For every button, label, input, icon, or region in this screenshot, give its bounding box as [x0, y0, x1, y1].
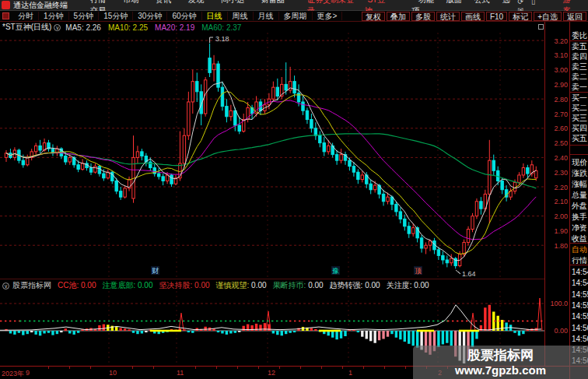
chart-title: *ST豆神(日线) [2, 22, 51, 33]
toolbar-button-标记[interactable]: 标记 [509, 12, 532, 21]
axis-tick [258, 367, 259, 369]
sidebar-row-自动[interactable]: 自动 [572, 244, 588, 255]
menu-item-资讯[interactable]: 资讯 [156, 0, 171, 4]
indicator-field-value: 0.00 [194, 281, 209, 290]
sidebar-row-卖二[interactable]: 卖二 [572, 72, 588, 82]
indicator-field: 关注度: 0.00 [387, 281, 429, 290]
toolbar-button-叠加[interactable]: 叠加 [387, 12, 410, 21]
indicator-field: 果断持币: 0.00 [273, 281, 324, 290]
chart-window-icon[interactable] [538, 24, 544, 30]
indicator-scale-zero: 0.00 [544, 327, 568, 335]
quote-sidebar[interactable]: 委比卖五卖四卖三卖二卖一买一买二买三买四买五现价涨跌涨幅总量外盘换手净资收益自动… [569, 22, 588, 379]
app-title: 通达信金融终端 [13, 0, 68, 11]
period-多周期[interactable]: 多周期 [279, 12, 313, 20]
sidebar-row-净资[interactable]: 净资 [572, 223, 588, 233]
tdx-terminal-window: 通达信金融终端 行情市场资讯发现问小达财富圈交易 证券交易未登录 *ST豆神 功… [0, 0, 588, 379]
toolbar-buttons: 复权叠加多股统计画线F10标记+自选返回 [360, 12, 586, 21]
sidebar-row-换手[interactable]: 换手 [572, 212, 588, 223]
indicator-fields: CC池: 0.00注意底部: 0.00坚决持股: 0.00谨慎观望: 0.00果… [58, 280, 436, 291]
sidebar-row-涨幅[interactable]: 涨幅 [572, 179, 588, 190]
toolbar-button-+自选[interactable]: +自选 [534, 12, 562, 21]
menu-item-行情[interactable]: 行情 [90, 0, 106, 4]
app-logo-icon [2, 1, 10, 9]
svg-text:财: 财 [152, 267, 159, 275]
menu-item-问小达[interactable]: 问小达 [221, 0, 244, 4]
indicator-header: ∨ 股票指标网 CC池: 0.00注意底部: 0.00坚决持股: 0.00谨慎观… [0, 280, 544, 291]
toolbar-button-画线[interactable]: 画线 [461, 12, 485, 21]
period-1分钟[interactable]: 1分钟 [39, 12, 69, 20]
menu-item-市场[interactable]: 市场 [123, 0, 138, 4]
svg-text:3.18: 3.18 [215, 35, 229, 43]
axis-tick [216, 367, 217, 369]
toolbar-button-返回[interactable]: 返回 [563, 12, 586, 21]
price-label: 3.00 [544, 66, 568, 74]
period-60分钟[interactable]: 60分钟 [167, 12, 201, 20]
sidebar-row-买四[interactable]: 买四 [572, 123, 588, 134]
sidebar-time-row: 14:56 [572, 324, 588, 332]
sidebar-row-外盘[interactable]: 外盘 [572, 201, 588, 212]
indicator-scale-high: 100.0 [544, 300, 568, 307]
toolbar-button-统计[interactable]: 统计 [436, 12, 460, 21]
sidebar-row-卖三[interactable]: 卖三 [572, 61, 588, 72]
sidebar-row-委比[interactable]: 委比 [572, 30, 588, 41]
menu-item-财富圈[interactable]: 财富圈 [261, 0, 285, 4]
sidebar-row-买五[interactable]: 买五 [572, 133, 588, 144]
indicator-field-label: 果断持币: [273, 281, 309, 290]
toolbar-button-多股[interactable]: 多股 [411, 12, 435, 21]
sidebar-row-总量[interactable]: 总量 [572, 190, 588, 201]
price-label: 2.40 [544, 154, 568, 162]
price-label: 2.00 [544, 212, 568, 220]
period-items: 分时1分钟5分钟15分钟30分钟60分钟日线周线月线多周期更多> [13, 11, 342, 22]
axis-tick [48, 367, 49, 369]
menu-item-公式[interactable]: 公式 [474, 0, 490, 4]
axis-tick [153, 367, 154, 369]
menu-item-版面[interactable]: 版面 [446, 0, 462, 4]
menu-item-发现[interactable]: 发现 [188, 0, 204, 4]
sidebar-separator [570, 154, 588, 155]
period-30分钟[interactable]: 30分钟 [133, 12, 167, 20]
sidebar-separator [570, 40, 588, 41]
period-日线[interactable]: 日线 [202, 12, 228, 20]
price-label: 2.90 [544, 81, 568, 89]
period-15分钟[interactable]: 15分钟 [99, 12, 133, 20]
period-更多>[interactable]: 更多> [313, 12, 343, 20]
indicator-field: 注意底部: 0.00 [102, 281, 152, 290]
chevron-down-icon[interactable]: ∨ [54, 24, 61, 31]
price-label: 2.20 [544, 184, 568, 191]
ma-values: MA5: 2.26MA10: 2.25MA20: 2.19MA60: 2.37 [65, 23, 248, 32]
period-5分钟[interactable]: 5分钟 [69, 12, 100, 20]
sidebar-row-买二[interactable]: 买二 [572, 103, 588, 114]
sidebar-time-row: 14:54 [572, 279, 588, 287]
price-label: 3.20 [544, 37, 568, 45]
ma-value: MA5: 2.26 [65, 23, 101, 32]
candlestick-chart[interactable]: 3.181.64财豫顶 [0, 33, 544, 279]
period-月线[interactable]: 月线 [254, 12, 279, 20]
axis-tick [321, 367, 322, 369]
ma-value: MA60: 2.37 [201, 23, 241, 32]
price-label: 2.70 [544, 111, 568, 118]
candlestick-svg: 3.181.64财豫顶 [0, 33, 544, 279]
sidebar-row-卖五[interactable]: 卖五 [572, 41, 588, 52]
sidebar-row-买三[interactable]: 买三 [572, 113, 588, 124]
grid-view-icon[interactable] [2, 12, 9, 19]
sidebar-row-卖四[interactable]: 卖四 [572, 51, 588, 62]
period-分时[interactable]: 分时 [13, 12, 39, 20]
ma-value: MA10: 2.25 [108, 23, 148, 32]
mobile-icon[interactable]: ▯ [531, 0, 535, 5]
axis-tick [279, 367, 280, 369]
axis-month-label: 10 [109, 369, 117, 377]
sidebar-row-现价[interactable]: 现价 [572, 157, 588, 168]
toolbar-button-复权[interactable]: 复权 [362, 12, 385, 21]
refresh-icon[interactable]: ⟳ [517, 0, 523, 5]
indicator-field: 趋势转强: 0.00 [330, 281, 380, 290]
toolbar-button-F10[interactable]: F10 [486, 12, 507, 21]
collapse-icon[interactable]: ∨ [2, 282, 9, 290]
watermark: 股票指标网 www.7gpzb.com [413, 346, 588, 379]
sidebar-row-买一[interactable]: 买一 [572, 93, 588, 104]
period-周线[interactable]: 周线 [228, 12, 254, 20]
sidebar-row-涨跌[interactable]: 涨跌 [572, 168, 588, 179]
sidebar-row-卖一[interactable]: 卖一 [572, 82, 588, 93]
price-scale: 3.203.103.002.902.802.702.602.502.402.30… [544, 22, 570, 366]
menubar: 通达信金融终端 行情市场资讯发现问小达财富圈交易 证券交易未登录 *ST豆神 功… [0, 0, 588, 11]
menu-item-功能[interactable]: 功能 [418, 0, 434, 4]
